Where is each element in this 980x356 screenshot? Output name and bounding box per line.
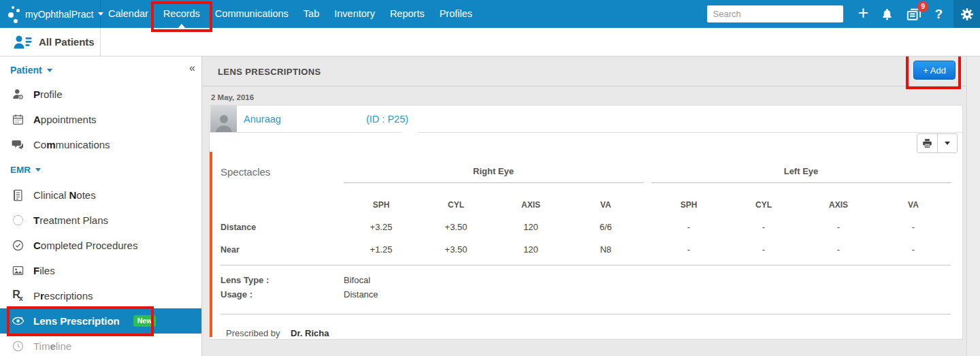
- table-cell: 120: [493, 232, 568, 255]
- rx-icon: Rx: [10, 289, 25, 302]
- add-quick-button[interactable]: +: [858, 5, 869, 23]
- table-cell: -: [876, 210, 951, 232]
- scrollbar-track[interactable]: [966, 56, 980, 356]
- col-header: CYL: [419, 183, 493, 210]
- table-cell: -: [651, 232, 726, 255]
- table-cell: -: [876, 232, 951, 255]
- bell-icon: [881, 7, 894, 21]
- sidebar-item-timeline[interactable]: Timeline: [0, 334, 201, 356]
- nav-item-records[interactable]: Records: [156, 0, 208, 28]
- sidebar-item-label: Treatment Plans: [33, 214, 108, 226]
- prescription-table: Spectacles Right Eye Left Eye SPH CYL AX…: [210, 166, 962, 255]
- sidebar-item-label: Completed Procedures: [33, 240, 137, 251]
- check-circle-icon: [10, 240, 25, 251]
- clock-icon: [10, 340, 25, 352]
- nav-menu: Calendar Records Communications Tab Inve…: [101, 0, 480, 28]
- search-input[interactable]: [707, 5, 843, 22]
- sidebar-item-label: Appointments: [33, 114, 97, 125]
- sidebar-item-clinical-notes[interactable]: Clinical Notes: [0, 182, 201, 208]
- usage-value: Distance: [344, 289, 378, 300]
- table-cell: -: [801, 232, 876, 255]
- notification-badge: 9: [917, 1, 928, 12]
- print-button[interactable]: [917, 134, 937, 152]
- patients-list-icon: [12, 34, 33, 50]
- prescribed-by-label: Prescribed by: [226, 328, 280, 338]
- brand[interactable]: myOphthalPract: [0, 0, 101, 28]
- table-cell: -: [801, 210, 876, 232]
- col-header: SPH: [344, 183, 419, 210]
- content-header: LENS PRESCRIPTIONS + Add: [202, 56, 966, 86]
- group-header-left-eye: Left Eye: [651, 166, 951, 183]
- sidebar-collapse-button[interactable]: «: [189, 63, 195, 74]
- divider: [220, 314, 951, 314]
- avatar: [210, 106, 237, 132]
- sidebar-item-communications[interactable]: Communications: [0, 132, 201, 157]
- tab-all-patients[interactable]: All Patients: [0, 28, 101, 56]
- settings-button[interactable]: [953, 0, 980, 28]
- sidebar-section-patient[interactable]: Patient: [0, 56, 201, 76]
- table-cell: +3.50: [419, 232, 493, 255]
- page-title: LENS PRESCRIPTIONS: [202, 56, 966, 88]
- usage-label: Usage :: [220, 289, 344, 300]
- eye-icon: [10, 316, 25, 326]
- prescription-body: Spectacles Right Eye Left Eye SPH CYL AX…: [210, 133, 962, 338]
- accent-bar: [210, 152, 212, 337]
- tab-all-patients-label: All Patients: [39, 36, 95, 48]
- lens-type-value: Bifocal: [344, 275, 370, 285]
- print-button-group: [917, 133, 958, 153]
- divider: [220, 265, 951, 265]
- prescribed-by-row: Prescribed by Dr. Richa: [226, 328, 962, 338]
- sidebar-item-completed-procedures[interactable]: Completed Procedures: [0, 233, 201, 258]
- print-options-button[interactable]: [937, 134, 957, 152]
- sidebar: Patient « Profile Appointments Communica…: [0, 56, 202, 356]
- nav-item-reports[interactable]: Reports: [382, 0, 432, 28]
- sidebar-item-label: Communications: [33, 139, 110, 150]
- notifications-button[interactable]: [881, 7, 894, 21]
- col-header: VA: [876, 183, 951, 210]
- sidebar-item-appointments[interactable]: Appointments: [0, 107, 201, 132]
- usage-row: Usage : Distance: [220, 289, 962, 300]
- table-cell: 6/6: [568, 210, 643, 232]
- chat-icon: [10, 140, 25, 150]
- table-cell: 120: [493, 210, 568, 232]
- add-button[interactable]: + Add: [913, 61, 956, 80]
- chevron-down-icon: [35, 168, 41, 174]
- sidebar-item-files[interactable]: Files: [0, 258, 201, 283]
- main-content: LENS PRESCRIPTIONS + Add 2 May, 2016 Anu…: [202, 56, 966, 356]
- patient-header-row: Anuraag (ID : P25): [210, 106, 962, 133]
- sidebar-item-label: Lens Prescription: [33, 315, 120, 327]
- subnav: All Patients: [0, 28, 980, 56]
- dotted-circle-icon: [10, 215, 25, 225]
- help-button[interactable]: ?: [934, 7, 943, 22]
- chevron-down-icon: [945, 142, 950, 148]
- nav-item-calendar[interactable]: Calendar: [101, 0, 156, 28]
- sidebar-item-prescriptions[interactable]: Rx Prescriptions: [0, 283, 201, 308]
- sidebar-item-lens-prescription[interactable]: Lens Prescription New: [0, 308, 201, 334]
- top-navbar: myOphthalPract Calendar Records Communic…: [0, 0, 980, 28]
- col-header: AXIS: [493, 183, 568, 210]
- group-header-right-eye: Right Eye: [344, 166, 643, 183]
- messages-button[interactable]: 9: [906, 7, 922, 22]
- plus-icon: +: [858, 4, 869, 22]
- sidebar-item-treatment-plans[interactable]: Treatment Plans: [0, 208, 201, 233]
- record-date: 2 May, 2016: [211, 93, 966, 101]
- gear-icon: [960, 7, 974, 21]
- table-cell: +1.25: [344, 232, 419, 255]
- brand-label: myOphthalPract: [25, 9, 93, 20]
- prescription-card: Anuraag (ID : P25) Spectacles Right Eye …: [209, 105, 963, 340]
- patient-section-label: Patient: [10, 65, 42, 76]
- table-cell: N8: [568, 232, 643, 255]
- nav-item-tab[interactable]: Tab: [296, 0, 327, 28]
- new-badge: New: [133, 315, 157, 327]
- lens-type-row: Lens Type : Bifocal: [220, 275, 962, 285]
- user-icon: [10, 88, 25, 100]
- patient-name-link[interactable]: Anuraag: [244, 114, 366, 125]
- nav-item-inventory[interactable]: Inventory: [327, 0, 382, 28]
- col-header: SPH: [651, 183, 726, 210]
- table-cell: +3.25: [344, 210, 419, 232]
- sidebar-section-emr[interactable]: EMR: [0, 157, 201, 182]
- sidebar-item-profile[interactable]: Profile: [0, 82, 201, 107]
- nav-item-profiles[interactable]: Profiles: [432, 0, 480, 28]
- nav-item-communications[interactable]: Communications: [208, 0, 296, 28]
- lens-type-label: Lens Type :: [220, 275, 344, 285]
